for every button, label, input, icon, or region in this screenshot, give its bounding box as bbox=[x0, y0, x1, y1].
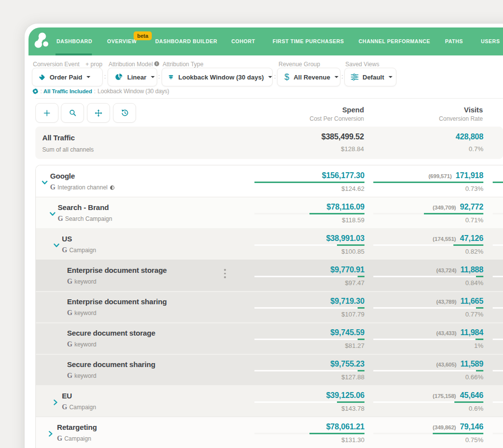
svg-text:i: i bbox=[156, 61, 157, 66]
